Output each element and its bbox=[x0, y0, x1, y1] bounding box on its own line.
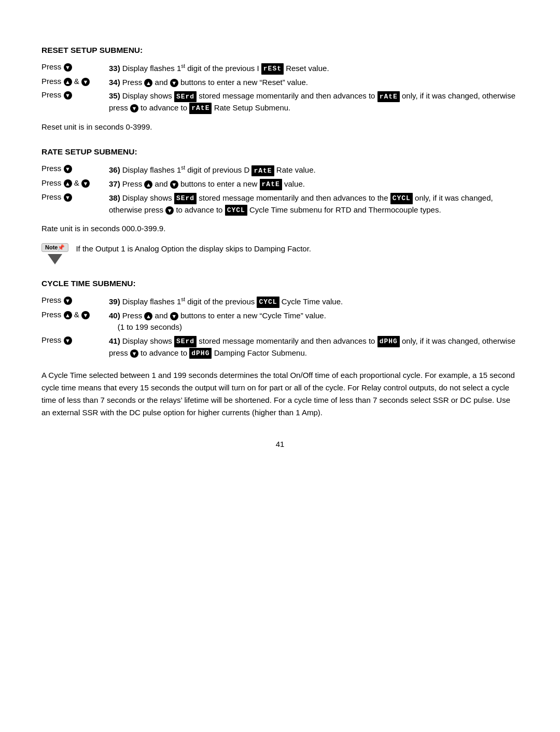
lcd-cycl: CYCL bbox=[257, 297, 279, 308]
desc-cell: 35) Display shows SErd stored message mo… bbox=[109, 89, 519, 115]
down-btn: ▼ bbox=[64, 165, 72, 173]
table-row: Press ▼ 33) Display flashes 1st digit of… bbox=[41, 61, 519, 76]
press-label: Press ▼ bbox=[41, 294, 109, 309]
step-num: 34) bbox=[109, 78, 120, 87]
table-row: Press ▼ 41) Display shows SErd stored me… bbox=[41, 334, 519, 360]
rate-setup-section: RATE SETUP SUBMENU: Press ▼ 36) Display … bbox=[41, 147, 519, 264]
press-label: Press ▼ bbox=[41, 61, 109, 76]
reset-note: Reset unit is in seconds 0-3999. bbox=[41, 121, 519, 133]
lcd-cycl: CYCL bbox=[390, 193, 413, 204]
rate-setup-heading: RATE SETUP SUBMENU: bbox=[41, 147, 519, 157]
down-btn-inline-2: ▼ bbox=[165, 206, 174, 215]
down-btn: ▼ bbox=[64, 297, 72, 305]
press-label: Press ▲ & ▼ bbox=[41, 177, 109, 191]
table-row: Press ▲ & ▼ 37) Press ▲ and ▼ buttons to… bbox=[41, 177, 519, 191]
down-btn-inline: ▼ bbox=[170, 312, 178, 320]
reset-press-table: Press ▼ 33) Display flashes 1st digit of… bbox=[41, 61, 519, 115]
up-btn-inline: ▲ bbox=[144, 180, 152, 189]
down-btn: ▼ bbox=[64, 63, 72, 72]
press-label: Press ▲ & ▼ bbox=[41, 76, 109, 90]
cycle-time-section: CYCLE TIME SUBMENU: Press ▼ 39) Display … bbox=[41, 279, 519, 360]
table-row: Press ▲ & ▼ 40) Press ▲ and ▼ buttons to… bbox=[41, 309, 519, 334]
step-num: 37) bbox=[109, 179, 120, 188]
down-btn-inline-2: ▼ bbox=[130, 349, 138, 358]
step-num: 36) bbox=[109, 165, 120, 174]
lcd-cycl-2: CYCL bbox=[225, 205, 247, 216]
desc-cell: 37) Press ▲ and ▼ buttons to enter a new… bbox=[109, 177, 519, 191]
down-btn-3: ▼ bbox=[64, 91, 72, 100]
desc-cell: 41) Display shows SErd stored message mo… bbox=[109, 334, 519, 360]
step-num: 40) bbox=[109, 311, 120, 320]
reset-setup-section: RESET SETUP SUBMENU: Press ▼ 33) Display… bbox=[41, 46, 519, 133]
desc-cell: 36) Display flashes 1st digit of previou… bbox=[109, 163, 519, 177]
note-body: If the Output 1 is Analog Option the dis… bbox=[76, 242, 311, 255]
press-label: Press ▼ bbox=[41, 334, 109, 360]
down-btn-inline: ▼ bbox=[170, 79, 178, 87]
lcd-rate: rAtE bbox=[377, 91, 400, 103]
down-btn-2: ▼ bbox=[81, 179, 90, 188]
table-row: Press ▲ & ▼ 34) Press ▲ and ▼ buttons to… bbox=[41, 76, 519, 90]
lcd-rest: rESt bbox=[261, 63, 284, 75]
up-btn: ▲ bbox=[64, 311, 72, 319]
down-btn-2: ▼ bbox=[81, 311, 90, 319]
step-num: 38) bbox=[109, 193, 120, 202]
note-triangle-icon bbox=[48, 254, 62, 264]
down-btn-2: ▼ bbox=[81, 78, 90, 86]
desc-cell: 39) Display flashes 1st digit of the pre… bbox=[109, 294, 519, 309]
up-btn-inline: ▲ bbox=[144, 79, 152, 87]
lcd-serd: SErd bbox=[174, 91, 197, 103]
lcd-rate: rAtE bbox=[251, 165, 274, 177]
table-row: Press ▼ 36) Display flashes 1st digit of… bbox=[41, 163, 519, 177]
up-btn: ▲ bbox=[64, 179, 72, 188]
step-num: 35) bbox=[109, 91, 120, 100]
table-row: Press ▼ 38) Display shows SErd stored me… bbox=[41, 191, 519, 217]
press-label: Press ▼ bbox=[41, 89, 109, 115]
note-icon: Note📌 bbox=[41, 243, 68, 264]
press-label: Press ▼ bbox=[41, 191, 109, 217]
table-row: Press ▼ 39) Display flashes 1st digit of… bbox=[41, 294, 519, 309]
step-num: 39) bbox=[109, 297, 120, 306]
rate-note: Rate unit is in seconds 000.0-399.9. bbox=[41, 223, 519, 235]
table-row: Press ▼ 35) Display shows SErd stored me… bbox=[41, 89, 519, 115]
lcd-serd: SErd bbox=[174, 336, 197, 347]
lcd-rate: rAtE bbox=[260, 179, 282, 190]
page-number: 41 bbox=[41, 440, 519, 448]
cycle-time-heading: CYCLE TIME SUBMENU: bbox=[41, 279, 519, 288]
press-label: Press ▲ & ▼ bbox=[41, 309, 109, 334]
up-btn-inline: ▲ bbox=[144, 312, 152, 320]
down-btn-3: ▼ bbox=[64, 336, 72, 345]
down-btn-inline-2: ▼ bbox=[130, 104, 138, 112]
down-btn-3: ▼ bbox=[64, 193, 72, 202]
up-btn: ▲ bbox=[64, 78, 72, 86]
cycle-press-table: Press ▼ 39) Display flashes 1st digit of… bbox=[41, 294, 519, 360]
desc-cell: 38) Display shows SErd stored message mo… bbox=[109, 191, 519, 217]
step-num: 41) bbox=[109, 336, 120, 345]
lcd-dpng-2: dPHG bbox=[189, 348, 212, 359]
note-label-text: Note📌 bbox=[41, 243, 68, 252]
down-btn-inline: ▼ bbox=[170, 180, 178, 189]
body-paragraph: A Cycle Time selected between 1 and 199 … bbox=[41, 369, 519, 419]
desc-cell: 33) Display flashes 1st digit of the pre… bbox=[109, 61, 519, 76]
press-label: Press ▼ bbox=[41, 163, 109, 177]
step-num: 33) bbox=[109, 64, 120, 73]
desc-cell: 40) Press ▲ and ▼ buttons to enter a new… bbox=[109, 309, 519, 334]
lcd-rate-2: rAtE bbox=[189, 103, 212, 114]
reset-setup-heading: RESET SETUP SUBMENU: bbox=[41, 46, 519, 55]
note-box: Note📌 If the Output 1 is Analog Option t… bbox=[41, 242, 519, 264]
rate-press-table: Press ▼ 36) Display flashes 1st digit of… bbox=[41, 163, 519, 217]
lcd-serd: SErd bbox=[174, 193, 197, 204]
desc-cell: 34) Press ▲ and ▼ buttons to enter a new… bbox=[109, 76, 519, 90]
lcd-dpng: dPHG bbox=[377, 336, 400, 347]
